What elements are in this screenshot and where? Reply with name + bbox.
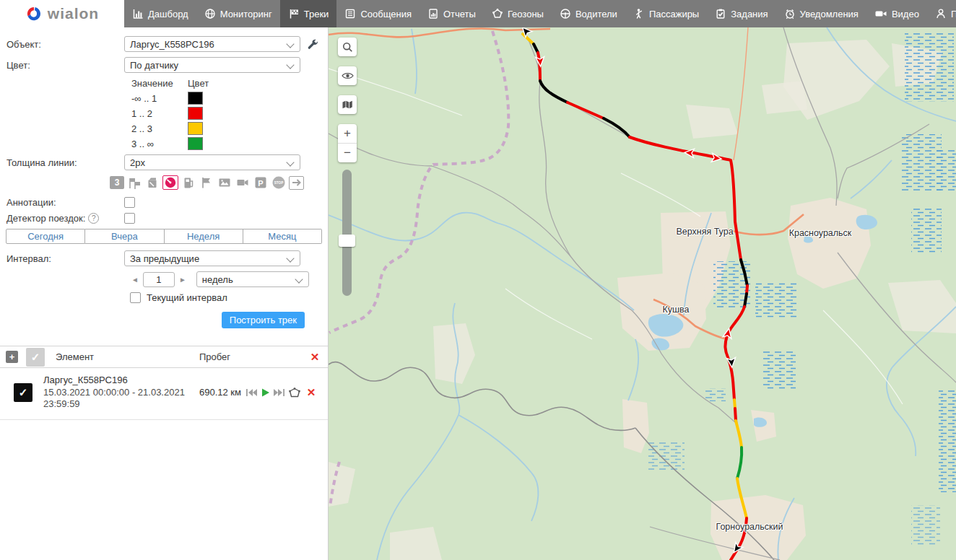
speed-limit-marker-button[interactable]: 3 [110,176,124,189]
zoom-slider-handle[interactable] [339,235,355,247]
thickness-value: 2px [130,157,145,168]
trip-detector-label: Детектор поездок: [6,213,85,224]
remove-track-button[interactable]: ✕ [304,386,318,399]
geofence-from-track-icon[interactable] [288,387,301,398]
mileage-header: Пробег [199,351,308,362]
add-track-button[interactable]: + [6,351,18,363]
settings-wrench-icon[interactable] [307,38,319,51]
track-info: Ларгус_К558РС196 15.03.2021 00:00:00 - 2… [43,375,196,411]
range-week-button[interactable]: Неделя [165,229,243,244]
object-select[interactable]: Ларгус_К558РС196 [124,36,300,52]
top-bar: wialon Дашборд Мониторинг Треки Сообщени… [0,0,956,27]
nav-item-users[interactable]: Пол [927,0,956,27]
trip-detector-row: Детектор поездок: ? [0,213,328,224]
nav-item-messages[interactable]: Сообщения [336,0,420,27]
build-track-row: Построить трек [0,312,305,328]
track-row[interactable]: ✓ Ларгус_К558РС196 15.03.2021 00:00:00 -… [0,368,328,420]
flags-marker-button[interactable] [126,175,142,190]
nav-item-dashboard[interactable]: Дашборд [124,0,196,27]
map-label: Верхняя Тура [676,227,733,237]
flag-marker-button[interactable] [199,175,214,190]
map-source-icon [342,100,353,110]
map-canvas[interactable]: Верхняя ТураКрасноуральскКушваГорноураль… [329,27,956,560]
nav-label: Уведомления [800,9,859,19]
interval-value: За предыдущие [130,253,199,264]
remove-all-button[interactable]: ✕ [308,351,322,364]
zoom-out-button[interactable]: − [338,144,357,162]
annotations-checkbox[interactable] [124,197,135,208]
notifications-icon [784,8,796,19]
nav-item-video[interactable]: Видео [866,0,927,27]
color-select[interactable]: По датчику [124,57,300,73]
photo-marker-button[interactable] [217,175,233,190]
wialon-app: wialon Дашборд Мониторинг Треки Сообщени… [0,0,956,560]
svg-text:STOP: STOP [274,181,283,185]
zoom-in-button[interactable]: + [338,124,357,144]
speedings-marker-button[interactable] [162,175,178,190]
thickness-select[interactable]: 2px [124,154,300,170]
legend-range: 1 .. 2 [131,108,188,119]
range-month-button[interactable]: Месяц [243,229,322,244]
current-interval-checkbox[interactable] [130,292,141,303]
map-label: Горноуральский [716,522,783,532]
nav-item-tracks[interactable]: Треки [280,0,337,27]
trip-detector-checkbox[interactable] [124,213,135,224]
map-layers-button[interactable] [338,95,357,114]
nav-label: Дашборд [148,9,188,19]
stop-marker-button[interactable]: STOP [271,175,287,190]
stepper-increment[interactable]: ► [179,276,186,284]
nav-label: Видео [892,9,919,19]
user-icon [935,8,947,19]
trip-detector-label-wrap: Детектор поездок: ? [0,213,124,224]
skip-to-start-icon[interactable] [245,388,258,398]
track-period: 15.03.2021 00:00:00 - 21.03.2021 23:59:5… [43,387,196,411]
svg-text:P: P [258,179,263,188]
track-stats: 690.12 км ✕ [199,386,322,399]
help-icon[interactable]: ? [88,213,99,224]
range-today-button[interactable]: Сегодня [6,229,85,244]
nav-label: Пассажиры [649,9,699,19]
nav-item-monitoring[interactable]: Мониторинг [196,0,280,27]
track-visibility-checkbox[interactable]: ✓ [14,383,32,402]
reports-icon [427,8,439,19]
play-track-icon[interactable] [261,388,270,398]
select-all-checkbox[interactable]: ✓ [26,348,45,367]
map-search-button[interactable] [338,38,357,56]
nav-label: Сообщения [360,9,412,19]
video-marker-button[interactable] [235,175,251,190]
nav-item-geofences[interactable]: Геозоны [484,0,552,27]
nav-item-reports[interactable]: Отчеты [420,0,484,27]
map-visibility-button[interactable] [338,66,357,85]
monitoring-icon [204,8,216,19]
track-list: + ✓ Элемент Пробег ✕ ✓ Ларгус_К558РС196 … [0,346,328,420]
thickness-label: Толщина линии: [0,157,124,168]
fuel-station-marker-button[interactable] [181,175,196,190]
nav-item-jobs[interactable]: Задания [707,0,775,27]
color-value: По датчику [130,60,178,71]
interval-select[interactable]: За предыдущие [124,250,300,266]
eye-icon [342,71,354,80]
track-markers-toolbar: 3 P [110,175,328,190]
messages-icon [344,8,356,19]
events-arrow-marker-button[interactable] [289,176,304,190]
nav-item-passengers[interactable]: Пассажиры [625,0,707,27]
interval-unit-select[interactable]: недель [196,271,309,287]
fuel-can-marker-button[interactable] [144,175,160,190]
current-interval-row: Текущий интервал [130,292,328,303]
stepper-decrement[interactable]: ◄ [131,276,139,284]
nav-label: Задания [731,9,768,19]
legend-color-header: Цвет [188,78,209,89]
video-icon [874,8,887,19]
nav-item-notifications[interactable]: Уведомления [776,0,866,27]
nav-item-drivers[interactable]: Водители [552,0,625,27]
wialon-logo[interactable]: wialon [0,0,124,27]
legend-row: -∞ .. 1 [131,92,328,105]
zoom-slider[interactable] [342,170,352,296]
build-track-button[interactable]: Построить трек [222,312,305,328]
track-list-header: + ✓ Элемент Пробег ✕ [0,346,328,368]
skip-to-end-icon[interactable] [273,388,285,398]
interval-count-input[interactable]: 1 [143,272,175,287]
range-yesterday-button[interactable]: Вчера [85,229,164,244]
parking-marker-button[interactable]: P [253,175,269,190]
wialon-logo-icon [25,5,43,22]
